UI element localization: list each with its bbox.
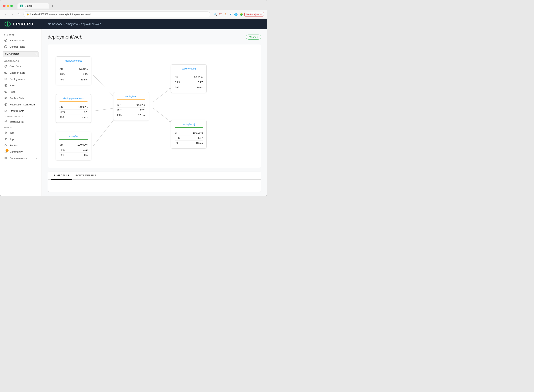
maximize-button[interactable]: [10, 5, 13, 7]
svg-point-3: [7, 23, 8, 25]
chevron-down-icon: ▾: [35, 53, 37, 56]
tabs-header: LIVE CALLS ROUTE METRICS: [48, 172, 261, 180]
voting-sr-row: SR 86.21%: [175, 75, 203, 80]
emoji-sr-row: SR 100.00%: [175, 130, 203, 135]
sidebar-item-jobs[interactable]: Jobs: [0, 82, 42, 89]
sidebar-item-replication-controllers[interactable]: Replication Controllers: [0, 101, 42, 108]
workloads-section-label: WORKLOADS: [0, 59, 42, 63]
logo-text: LINKERD: [13, 22, 33, 26]
card-vote-bot[interactable]: deploy/vote-bot SR 94.02% RPS 1.95 P99: [56, 56, 91, 85]
sidebar-item-namespaces[interactable]: Namespaces: [0, 37, 42, 43]
back-button[interactable]: ‹: [3, 12, 8, 17]
address-bar[interactable]: 🔒 localhost:50750/namespaces/emojivoto/d…: [23, 11, 210, 17]
card-web[interactable]: deploy/web SR 94.07% RPS 2.25 P99 20 m: [113, 92, 149, 121]
tap-rps-value: 0.02: [83, 148, 88, 151]
control-plane-label: Control Plane: [9, 45, 25, 48]
card-emoji[interactable]: deploy/emoji SR 100.00% RPS 1.97 P99 1: [171, 120, 207, 149]
new-tab-button[interactable]: +: [50, 4, 55, 8]
search-icon[interactable]: 🔍: [213, 12, 217, 16]
vote-bot-sr-row: SR 94.02%: [59, 67, 88, 72]
top-label: Top: [9, 138, 14, 141]
cluster-section-label: CLUSTER: [0, 33, 42, 37]
routes-icon: [4, 144, 8, 147]
replica-sets-label: Replica Sets: [9, 97, 24, 100]
web-p99-value: 20 ms: [138, 114, 145, 117]
svg-point-5: [5, 40, 6, 41]
sidebar-item-pods[interactable]: Pods: [0, 89, 42, 95]
stateful-sets-label: Stateful Sets: [9, 109, 24, 112]
update-button[interactable]: Mettre à jour ≡: [244, 12, 264, 16]
tap-p99-row: P99 0 s: [59, 153, 88, 158]
browser-tab[interactable]: Linkerd ✕: [18, 3, 49, 9]
namespace-selector[interactable]: EMOJIVOTO ▾: [3, 51, 39, 57]
tab-route-metrics[interactable]: ROUTE METRICS: [72, 172, 100, 180]
documentation-label: Documentation: [9, 157, 27, 160]
vote-bot-sr-value: 94.02%: [79, 68, 88, 71]
tab-live-calls[interactable]: LIVE CALLS: [51, 172, 72, 180]
forward-button[interactable]: ›: [10, 12, 15, 17]
flow-diagram: deploy/vote-bot SR 94.02% RPS 1.95 P99: [48, 44, 261, 168]
sidebar-item-stateful-sets[interactable]: Stateful Sets: [0, 108, 42, 114]
minimize-button[interactable]: [7, 5, 9, 7]
pods-icon: [4, 90, 8, 93]
emoji-sr-value: 100.00%: [193, 131, 203, 134]
warning-icon[interactable]: ⚠: [224, 12, 228, 16]
sidebar-item-control-plane[interactable]: Control Plane: [0, 43, 42, 50]
bottom-section: LIVE CALLS ROUTE METRICS: [48, 172, 261, 192]
shield-icon[interactable]: 🛡: [219, 12, 223, 16]
tab-title: Linkerd: [25, 5, 32, 7]
voting-rps-label: RPS: [175, 81, 180, 84]
deployments-label: Deployments: [9, 78, 25, 81]
svg-line-30: [93, 118, 115, 146]
sidebar-item-documentation[interactable]: Documentation ↗: [0, 155, 42, 161]
namespaces-label: Namespaces: [9, 39, 25, 42]
sidebar-item-community[interactable]: 1 Community: [0, 149, 42, 155]
voting-p99-label: P99: [175, 86, 179, 89]
voting-indicator: [175, 72, 203, 72]
tap-title: deploy/tap: [59, 135, 88, 138]
sidebar-item-deployments[interactable]: Deployments: [0, 76, 42, 82]
sidebar-item-cron-jobs[interactable]: Cron Jobs: [0, 63, 42, 70]
vote-bot-rps-label: RPS: [59, 73, 65, 76]
emoji-p99-row: P99 10 ms: [175, 141, 203, 145]
sidebar-item-top[interactable]: Top: [0, 136, 42, 142]
sidebar-item-traffic-splits[interactable]: Traffic Splits: [0, 119, 42, 125]
sidebar-item-replica-sets[interactable]: Replica Sets: [0, 95, 42, 101]
prometheus-title: deploy/prometheus: [59, 97, 88, 100]
svg-marker-18: [5, 121, 7, 122]
sidebar-item-daemon-sets[interactable]: Daemon Sets: [0, 70, 42, 76]
tap-p99-label: P99: [59, 154, 64, 156]
svg-rect-10: [5, 84, 7, 86]
ext2-icon[interactable]: 🌐: [234, 12, 238, 16]
web-rps-label: RPS: [117, 109, 122, 112]
ext3-icon[interactable]: 🧩: [239, 12, 243, 16]
sidebar: CLUSTER Namespaces Control Plane EMOJIVO…: [0, 29, 42, 196]
emoji-p99-label: P99: [175, 142, 179, 145]
voting-rps-value: 0.97: [198, 81, 203, 84]
emoji-rps-label: RPS: [175, 136, 180, 139]
daemon-sets-icon: [4, 71, 8, 75]
card-tap[interactable]: deploy/tap SR 100.00% RPS 0.02 P99 0 s: [56, 132, 91, 160]
prometheus-p99-value: 4 ms: [82, 116, 88, 119]
sidebar-item-routes[interactable]: Routes: [0, 142, 42, 149]
voting-p99-value: 9 ms: [197, 86, 203, 89]
reload-button[interactable]: ↻: [17, 12, 22, 17]
close-button[interactable]: [3, 5, 5, 7]
ext1-icon[interactable]: ▼: [229, 12, 233, 16]
browser-titlebar: Linkerd ✕ +: [0, 0, 267, 10]
tab-close-button[interactable]: ✕: [34, 5, 37, 7]
page-header: deployment/web Meshed: [48, 34, 261, 40]
svg-rect-19: [5, 133, 6, 133]
web-rps-value: 2.25: [140, 109, 145, 112]
jobs-icon: [4, 84, 8, 87]
svg-line-31: [153, 88, 171, 102]
page-title: deployment/web: [48, 34, 82, 40]
sidebar-item-tap[interactable]: Tap: [0, 130, 42, 136]
svg-line-29: [93, 108, 115, 111]
tap-indicator: [59, 139, 88, 140]
emoji-p99-value: 10 ms: [196, 142, 203, 145]
card-prometheus[interactable]: deploy/prometheus SR 100.00% RPS 0.1 P99: [56, 94, 91, 123]
card-voting[interactable]: deploy/voting SR 86.21% RPS 0.97 P99 9: [171, 64, 207, 93]
jobs-label: Jobs: [9, 84, 15, 87]
vote-bot-rps-row: RPS 1.95: [59, 72, 88, 77]
